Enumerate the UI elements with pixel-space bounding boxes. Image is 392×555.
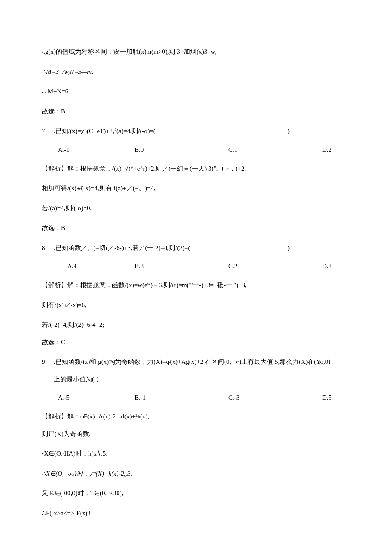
text-line: /.g(x)的值域为对称区间，设一加触(x)m(m>0),则 3−加烟(x)3+… <box>42 47 354 57</box>
question-8: 8 .已知函数／。)=切(／-6-)+3,若／(一 2)=4,则/(2)=( ) <box>42 243 354 253</box>
question-text: .已知/(x)=χ3(C+eT)+2,f(a)=4,则/(-α)=( <box>54 126 156 136</box>
options-row-8: A.4 B.3 C.2 D.8 <box>42 263 354 270</box>
option-d: D.5 <box>322 394 331 401</box>
question-text: .已知函数/(x)和 g(x)均为奇函数，力(X)=q∕(x)+Ag(x)+2 … <box>54 357 330 367</box>
text-line: 若/(a)=4,则/(-α)=0, <box>42 203 354 213</box>
option-d: D.2 <box>322 146 331 154</box>
text-line: 相加可得/(x)+∕(-x)=4,则有 f(a)+／(−。)=4, <box>42 183 354 193</box>
answer-line: 故选：B. <box>42 223 354 233</box>
option-a: A.-5 <box>58 394 135 401</box>
document-page: /.g(x)的值域为对称区间，设一加触(x)m(m>0),则 3−加烟(x)3+… <box>0 0 392 555</box>
option-b: B.0 <box>135 146 228 154</box>
question-text-cont: 上的最小值为( ） <box>42 375 354 384</box>
answer-line: 故选：B. <box>42 107 354 116</box>
answer-line: 故选：C. <box>42 337 354 347</box>
paren-close: ) <box>288 243 354 253</box>
text-line: 则有/(x)+∕(-x)=6, <box>42 300 354 310</box>
explanation-line: 【解析】解：φF(x)=Λ(x)-2=af(x)+⅛(x), <box>42 412 354 421</box>
text-line: ∴M=3+∕w,N=3—m, <box>42 67 354 77</box>
question-number: 7 <box>42 126 49 136</box>
text-line: 又 K∈(-00,0)时，T∈(0,-K3θ), <box>42 488 354 498</box>
option-c: C.-3 <box>228 394 322 401</box>
option-b: B.-1 <box>135 394 228 401</box>
text-line: ∴X∈(O,+oo)时，尸(X)=h(x)-2„3. <box>42 469 354 479</box>
paren-close: ) <box>288 126 354 136</box>
option-c: C.1 <box>228 146 322 154</box>
question-7: 7 .已知/(x)=χ3(C+eT)+2,f(a)=4,则/(-α)=( ) <box>42 126 354 136</box>
option-c: C.2 <box>228 263 322 270</box>
text-line: 若/(-2)=4,则/(2)=6-4=2; <box>42 320 354 330</box>
text-line: ∴F(-x>a<=>-F(x)3 <box>42 509 354 518</box>
options-row-7: A.-1 B.0 C.1 D.2 <box>42 146 354 154</box>
option-d: D.8 <box>322 263 331 270</box>
question-9: 9 .已知函数/(x)和 g(x)均为奇函数，力(X)=q∕(x)+Ag(x)+… <box>42 357 354 367</box>
text-line: 则尸(X)为奇函数. <box>42 429 354 439</box>
question-number: 9 <box>42 357 49 367</box>
option-a: A.4 <box>67 263 135 270</box>
question-text: .已知函数／。)=切(／-6-)+3,若／(一 2)=4,则/(2)=( <box>54 243 190 253</box>
option-b: B.3 <box>135 263 228 270</box>
options-row-9: A.-5 B.-1 C.-3 D.5 <box>42 394 354 401</box>
text-line: ∴.M+N=6, <box>42 87 354 96</box>
question-number: 8 <box>42 243 49 253</box>
option-a: A.-1 <box>58 146 135 154</box>
explanation-line: 【解析】解：根据题意，/(x)=√(^+e^r)+2,则／(一幻＝(一天) 3(… <box>42 164 354 174</box>
explanation-line: 【解析】解：根据题意，函数/(x)=w(e*)＋3,则/(r)=m("'一-)+… <box>42 280 354 290</box>
text-line: •X∈(O,·HΛ)时，h(x∖,5, <box>42 449 354 459</box>
